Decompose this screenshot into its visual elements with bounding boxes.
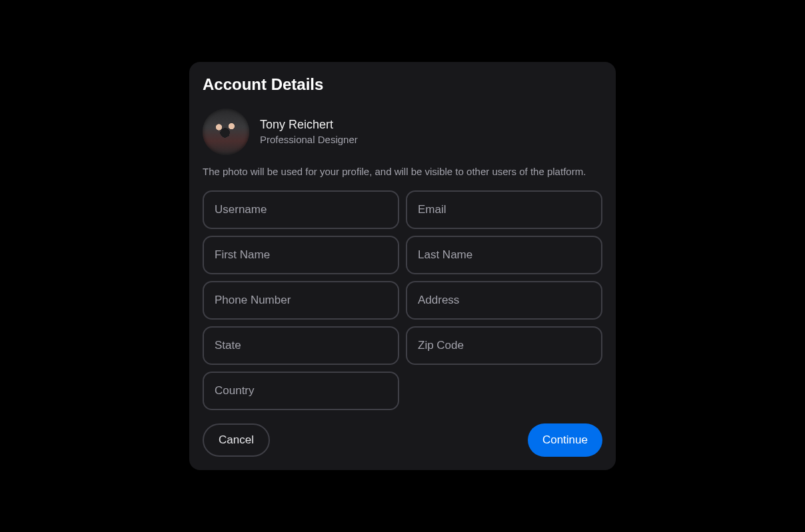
field-last-name xyxy=(406,236,602,274)
profile-name: Tony Reichert xyxy=(260,117,358,133)
field-first-name xyxy=(203,236,399,274)
form-grid xyxy=(203,190,602,410)
field-address xyxy=(406,281,602,320)
cancel-button[interactable]: Cancel xyxy=(203,423,270,457)
avatar[interactable] xyxy=(203,109,249,155)
email-input[interactable] xyxy=(406,190,602,229)
continue-button[interactable]: Continue xyxy=(528,423,602,457)
username-input[interactable] xyxy=(203,190,399,229)
field-username xyxy=(203,190,399,229)
phone-input[interactable] xyxy=(203,281,399,320)
field-country xyxy=(203,372,399,410)
profile-text: Tony Reichert Professional Designer xyxy=(260,117,358,146)
card-title: Account Details xyxy=(203,75,602,94)
zip-input[interactable] xyxy=(406,326,602,365)
profile-role: Professional Designer xyxy=(260,133,358,146)
field-email xyxy=(406,190,602,229)
country-input[interactable] xyxy=(203,372,399,410)
state-input[interactable] xyxy=(203,326,399,365)
first-name-input[interactable] xyxy=(203,236,399,274)
field-state xyxy=(203,326,399,365)
helper-text: The photo will be used for your profile,… xyxy=(203,164,589,179)
profile-row: Tony Reichert Professional Designer xyxy=(203,109,602,155)
field-phone xyxy=(203,281,399,320)
last-name-input[interactable] xyxy=(406,236,602,274)
page: Account Details Tony Reichert Profession… xyxy=(0,0,805,532)
account-details-card: Account Details Tony Reichert Profession… xyxy=(189,62,616,471)
field-zip xyxy=(406,326,602,365)
address-input[interactable] xyxy=(406,281,602,320)
actions-row: Cancel Continue xyxy=(203,423,602,457)
